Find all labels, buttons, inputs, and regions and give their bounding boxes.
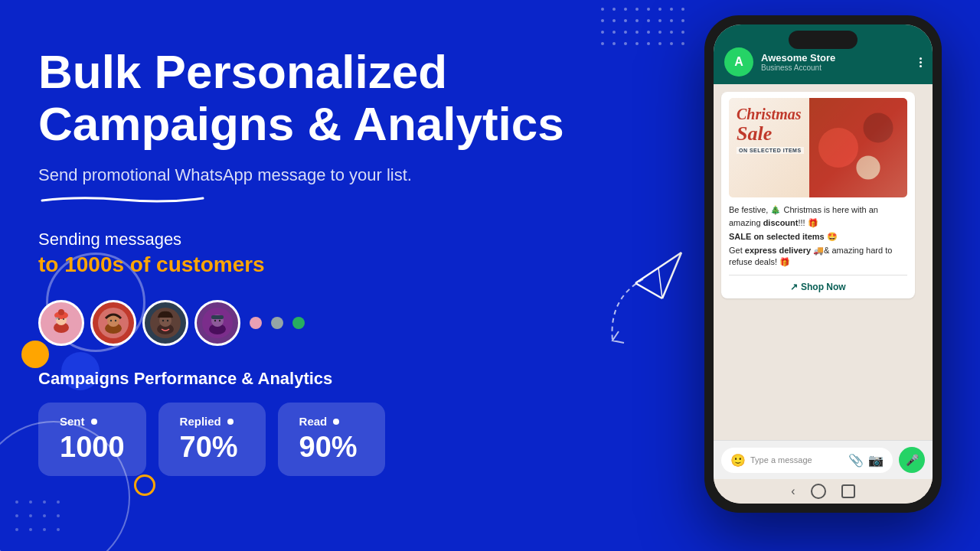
extra-dot-1 (250, 317, 262, 329)
stat-value-read: 90% (299, 431, 364, 464)
message-image-banner: Christmas Sale ON SELECTED ITEMS (729, 98, 907, 197)
deco-circle-yellow-outline (134, 474, 155, 496)
avatar-3 (142, 300, 188, 346)
message-input[interactable]: 🙂 Type a message 📎 📷 (721, 448, 893, 473)
mic-icon: 🎤 (906, 454, 919, 466)
svg-rect-26 (211, 315, 224, 319)
mic-button[interactable]: 🎤 (899, 447, 925, 473)
avatar-2 (90, 300, 136, 346)
avatars-row (38, 300, 574, 346)
svg-point-28 (219, 320, 220, 321)
svg-point-11 (56, 318, 58, 320)
whatsapp-chat: Christmas Sale ON SELECTED ITEMS Be fest… (714, 84, 933, 440)
svg-point-27 (214, 320, 216, 321)
phone-home-bar: ‹ (714, 479, 933, 504)
recents-icon[interactable] (841, 484, 855, 498)
banner-line1: Christmas (737, 106, 804, 122)
svg-point-22 (167, 320, 168, 321)
svg-point-10 (63, 318, 64, 320)
whatsapp-store-info: Awesome Store Business Account (761, 52, 912, 72)
stat-header-replied: Replied (180, 415, 244, 428)
message-bubble: Christmas Sale ON SELECTED ITEMS Be fest… (721, 92, 915, 298)
stat-card-read: Read 90% (278, 403, 385, 476)
menu-dots-icon[interactable] (920, 57, 922, 67)
stat-dot-read (333, 419, 339, 425)
svg-point-12 (57, 318, 59, 319)
svg-line-3 (658, 268, 662, 298)
phone-notch (789, 31, 858, 49)
sending-label: Sending messages (38, 230, 574, 249)
message-sale-line: SALE on selected items 🤩 (729, 232, 907, 242)
message-festive-text: Be festive, 🎄 Christmas is here with an … (729, 204, 907, 229)
emoji-icon[interactable]: 🙂 (730, 453, 746, 468)
input-placeholder: Type a message (750, 455, 844, 465)
stat-header-read: Read (299, 415, 364, 428)
stat-dot-replied (227, 419, 234, 425)
store-name: Awesome Store (761, 52, 912, 64)
stats-row: Sent 1000 Replied 70% Read 90% (38, 403, 574, 476)
dashed-curve-decoration (597, 276, 651, 347)
avatar-4 (194, 300, 240, 346)
customers-label: to 1000s of customers (38, 253, 574, 277)
extra-dot-2 (271, 317, 283, 329)
main-title: Bulk Personalized Campaigns & Analytics (38, 46, 574, 150)
svg-point-9 (58, 318, 60, 320)
dot-grid-top-right (601, 8, 689, 50)
phone-mockup: A Awesome Store Business Account (704, 15, 942, 513)
christmas-sale-banner: Christmas Sale ON SELECTED ITEMS (729, 98, 907, 197)
camera-icon[interactable]: 📷 (868, 453, 884, 468)
whatsapp-footer: 🙂 Type a message 📎 📷 🎤 (714, 440, 933, 479)
banner-line3: ON SELECTED ITEMS (737, 147, 804, 154)
back-icon[interactable]: ‹ (791, 484, 795, 498)
store-status: Business Account (761, 64, 912, 72)
phone-frame: A Awesome Store Business Account (704, 15, 942, 513)
svg-point-17 (115, 320, 116, 321)
stat-dot-sent (91, 419, 97, 425)
svg-point-21 (162, 320, 164, 321)
whatsapp-avatar: A (724, 47, 753, 77)
home-icon[interactable] (811, 484, 826, 499)
xmas-photo (809, 98, 907, 197)
phone-screen: A Awesome Store Business Account (714, 24, 933, 504)
banner-line2: Sale (737, 122, 804, 145)
extra-dot-3 (292, 317, 305, 329)
stat-value-sent: 1000 (60, 431, 125, 464)
left-section: Bulk Personalized Campaigns & Analytics … (38, 46, 574, 476)
photo-overlay (809, 98, 907, 197)
stat-value-replied: 70% (180, 431, 244, 464)
external-link-icon: ↗ (790, 282, 798, 292)
christmas-text: Christmas Sale ON SELECTED ITEMS (737, 106, 804, 154)
stat-card-replied: Replied 70% (158, 403, 266, 476)
svg-point-8 (58, 309, 64, 315)
stat-card-sent: Sent 1000 (38, 403, 146, 476)
svg-point-16 (110, 320, 112, 321)
underline-decoration (38, 193, 207, 199)
shop-now-button[interactable]: ↗ Shop Now (729, 275, 907, 292)
analytics-section-title: Campaigns Performance & Analytics (38, 369, 574, 389)
avatar-1 (38, 300, 84, 346)
message-delivery-text: Get express delivery 🚚& amazing hard to … (729, 245, 907, 269)
subtitle: Send promotional WhatsApp message to you… (38, 165, 574, 185)
attachment-icon[interactable]: 📎 (848, 453, 864, 468)
stat-header-sent: Sent (60, 415, 125, 428)
